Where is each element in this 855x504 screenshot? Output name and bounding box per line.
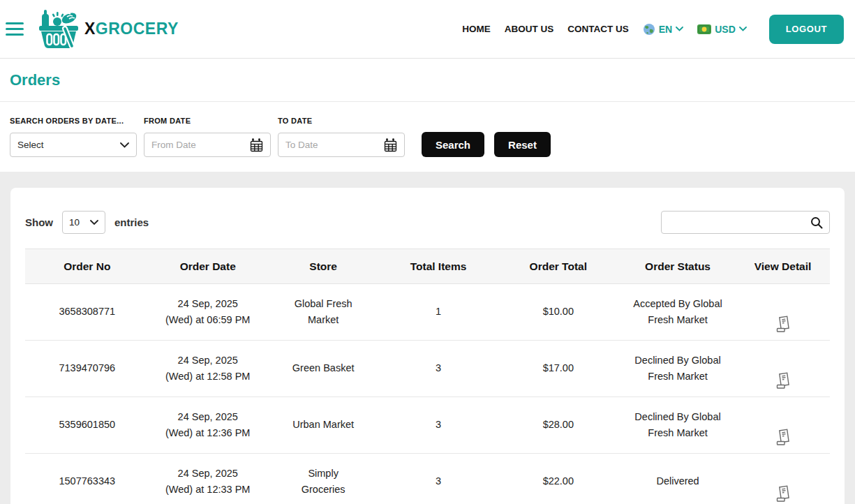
table-header-row: Order No Order Date Store Total Items Or… bbox=[25, 249, 830, 284]
cell-order-total: $28.00 bbox=[497, 397, 620, 454]
to-date-placeholder: To Date bbox=[285, 140, 318, 150]
page-title: Orders bbox=[0, 59, 855, 89]
brand-name: XGROCERY bbox=[84, 20, 179, 38]
cell-order-status: Accepted By Global Fresh Market bbox=[620, 284, 736, 341]
cell-order-date: 24 Sep, 2025 (Wed) at 12:36 PM bbox=[149, 397, 267, 454]
search-icon[interactable] bbox=[810, 216, 823, 229]
cell-order-status: Declined By Global Fresh Market bbox=[620, 341, 736, 397]
cell-total-items: 3 bbox=[380, 397, 496, 454]
hamburger-menu-icon[interactable] bbox=[6, 19, 24, 39]
view-detail-button[interactable] bbox=[772, 302, 794, 339]
nav-contact-us[interactable]: CONTACT US bbox=[567, 24, 629, 34]
col-order-date: Order Date bbox=[149, 249, 267, 284]
orders-table: Order No Order Date Store Total Items Or… bbox=[25, 249, 830, 504]
from-date-label: FROM DATE bbox=[144, 117, 271, 125]
filters-row: SEARCH ORDERS BY DATE... Select FROM DAT… bbox=[0, 102, 855, 157]
page-size-select[interactable]: 10 bbox=[62, 211, 105, 234]
language-value: EN bbox=[659, 24, 672, 35]
brand-logo[interactable]: XGROCERY bbox=[38, 9, 179, 50]
col-store: Store bbox=[267, 249, 380, 284]
cell-order-total: $10.00 bbox=[497, 284, 620, 341]
search-by-date-label: SEARCH ORDERS BY DATE... bbox=[10, 117, 137, 125]
cell-order-no: 7139470796 bbox=[25, 341, 149, 397]
view-detail-button[interactable] bbox=[772, 358, 794, 395]
entries-label: entries bbox=[114, 216, 149, 228]
search-by-date-select[interactable]: Select bbox=[10, 133, 137, 157]
receipt-icon bbox=[775, 315, 791, 334]
table-controls: Show 10 entries bbox=[25, 211, 830, 234]
receipt-icon bbox=[775, 371, 791, 390]
table-row: 5359601850 24 Sep, 2025 (Wed) at 12:36 P… bbox=[25, 397, 830, 454]
cell-total-items: 1 bbox=[380, 284, 496, 341]
cell-view-detail bbox=[736, 341, 830, 397]
cell-store: Global Fresh Market bbox=[267, 284, 380, 341]
reset-button[interactable]: Reset bbox=[494, 132, 551, 157]
globe-icon bbox=[643, 23, 655, 36]
col-order-no: Order No bbox=[25, 249, 149, 284]
col-order-status: Order Status bbox=[620, 249, 736, 284]
table-row: 7139470796 24 Sep, 2025 (Wed) at 12:58 P… bbox=[25, 341, 830, 397]
cell-total-items: 3 bbox=[380, 341, 496, 397]
search-button[interactable]: Search bbox=[422, 132, 484, 157]
page-size-value: 10 bbox=[69, 217, 80, 228]
cell-order-status: Declined By Global Fresh Market bbox=[620, 397, 736, 454]
main-nav: HOME ABOUT US CONTACT US EN bbox=[462, 15, 844, 44]
nav-home[interactable]: HOME bbox=[462, 24, 491, 34]
filters-section: Orders SEARCH ORDERS BY DATE... Select F… bbox=[0, 59, 855, 172]
to-date-label: TO DATE bbox=[278, 117, 405, 125]
cell-total-items: 3 bbox=[380, 454, 496, 504]
col-view-detail: View Detail bbox=[736, 249, 830, 284]
logout-button[interactable]: LOGOUT bbox=[769, 15, 844, 44]
cell-view-detail bbox=[736, 454, 830, 504]
from-date-field[interactable]: From Date bbox=[144, 133, 271, 157]
chevron-down-icon bbox=[90, 220, 98, 225]
currency-selector[interactable]: USD bbox=[697, 24, 747, 35]
banknote-icon bbox=[697, 24, 711, 34]
receipt-icon bbox=[775, 484, 791, 503]
show-label: Show bbox=[25, 216, 53, 228]
col-order-total: Order Total bbox=[497, 249, 620, 284]
cell-order-total: $17.00 bbox=[497, 341, 620, 397]
chevron-down-icon bbox=[739, 27, 747, 31]
from-date-placeholder: From Date bbox=[151, 140, 196, 150]
chevron-down-icon bbox=[120, 142, 129, 148]
table-row: 1507763343 24 Sep, 2025 (Wed) at 12:33 P… bbox=[25, 454, 830, 504]
view-detail-button[interactable] bbox=[772, 471, 794, 504]
currency-value: USD bbox=[715, 24, 736, 35]
calendar-icon[interactable] bbox=[384, 138, 397, 152]
receipt-icon bbox=[775, 428, 791, 447]
grocery-basket-logo-icon bbox=[38, 9, 80, 50]
view-detail-button[interactable] bbox=[772, 415, 794, 452]
cell-order-no: 5359601850 bbox=[25, 397, 149, 454]
cell-store: Urban Market bbox=[267, 397, 380, 454]
header: XGROCERY HOME ABOUT US CONTACT US EN bbox=[0, 0, 855, 59]
cell-order-date: 24 Sep, 2025 (Wed) at 06:59 PM bbox=[149, 284, 267, 341]
cell-view-detail bbox=[736, 284, 830, 341]
orders-table-card: Show 10 entries Order No Order Date bbox=[10, 188, 845, 504]
cell-order-date: 24 Sep, 2025 (Wed) at 12:33 PM bbox=[149, 454, 267, 504]
cell-order-total: $22.00 bbox=[497, 454, 620, 504]
cell-order-no: 1507763343 bbox=[25, 454, 149, 504]
to-date-field[interactable]: To Date bbox=[278, 133, 405, 157]
nav-about-us[interactable]: ABOUT US bbox=[505, 24, 554, 34]
table-search-input[interactable] bbox=[668, 212, 810, 233]
cell-order-status: Delivered bbox=[620, 454, 736, 504]
cell-store: Green Basket bbox=[267, 341, 380, 397]
calendar-icon[interactable] bbox=[250, 138, 263, 152]
table-search-box bbox=[661, 211, 830, 234]
search-by-date-value: Select bbox=[17, 140, 44, 150]
language-selector[interactable]: EN bbox=[643, 23, 683, 36]
chevron-down-icon bbox=[676, 27, 683, 31]
table-row: 3658308771 24 Sep, 2025 (Wed) at 06:59 P… bbox=[25, 284, 830, 341]
col-total-items: Total Items bbox=[380, 249, 496, 284]
cell-view-detail bbox=[736, 397, 830, 454]
cell-store: Simply Groceries bbox=[267, 454, 380, 504]
cell-order-no: 3658308771 bbox=[25, 284, 149, 341]
cell-order-date: 24 Sep, 2025 (Wed) at 12:58 PM bbox=[149, 341, 267, 397]
